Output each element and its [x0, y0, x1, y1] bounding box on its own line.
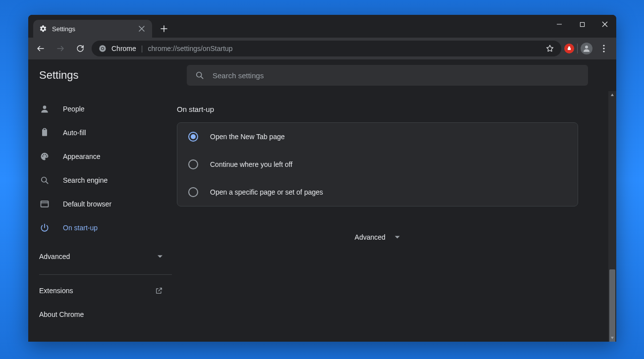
sidebar-item-label: Auto-fill — [63, 129, 86, 137]
svg-rect-0 — [580, 22, 584, 26]
scroll-down-arrow-icon[interactable] — [608, 334, 616, 342]
search-icon — [39, 175, 50, 186]
browser-window-icon — [39, 199, 50, 209]
window-controls — [548, 15, 616, 34]
person-icon — [39, 103, 50, 114]
svg-point-13 — [42, 155, 43, 156]
svg-point-9 — [43, 105, 47, 109]
bookmark-star-icon[interactable] — [545, 44, 554, 53]
external-link-icon — [155, 287, 163, 295]
profile-avatar[interactable] — [581, 43, 592, 54]
body: People Auto-fill Appearance — [28, 91, 616, 342]
radio-icon[interactable] — [188, 132, 198, 142]
titlebar: Settings — [28, 15, 616, 38]
sidebar-item-label: Default browser — [63, 200, 111, 208]
reload-button[interactable] — [72, 40, 89, 57]
main-advanced-toggle[interactable]: Advanced — [177, 222, 578, 252]
sidebar-link-label: Extensions — [39, 287, 73, 295]
back-button[interactable] — [32, 40, 49, 57]
search-icon — [195, 70, 205, 80]
content-area: Settings People — [28, 59, 616, 342]
sidebar-item-label: People — [63, 105, 85, 113]
svg-point-4 — [585, 46, 588, 49]
svg-point-7 — [603, 51, 604, 52]
close-window-button[interactable] — [593, 15, 616, 34]
svg-point-8 — [197, 72, 202, 77]
svg-rect-18 — [41, 201, 49, 207]
radio-label: Open the New Tab page — [210, 133, 285, 141]
sidebar-link-about[interactable]: About Chrome — [28, 303, 177, 326]
startup-option-continue[interactable]: Continue where you left off — [177, 151, 578, 178]
vertical-scrollbar[interactable] — [608, 91, 616, 342]
svg-point-16 — [46, 155, 47, 156]
minimize-button[interactable] — [548, 15, 571, 34]
sidebar-advanced-toggle[interactable]: Advanced — [28, 245, 177, 268]
svg-point-5 — [603, 45, 604, 46]
sidebar-link-label: About Chrome — [39, 310, 84, 318]
section-title: On start-up — [177, 105, 616, 113]
radio-icon[interactable] — [188, 159, 198, 169]
svg-point-15 — [45, 154, 46, 155]
sidebar-item-label: Search engine — [63, 176, 107, 184]
palette-icon — [39, 151, 50, 162]
chrome-favicon-icon — [99, 45, 107, 52]
sidebar-item-search-engine[interactable]: Search engine — [28, 168, 177, 192]
omnibox[interactable]: Chrome | chrome://settings/onStartup — [92, 41, 561, 56]
sidebar-item-on-startup[interactable]: On start-up — [28, 216, 177, 240]
toolbar: Chrome | chrome://settings/onStartup — [28, 38, 616, 59]
close-tab-icon[interactable] — [137, 24, 146, 33]
tab-title: Settings — [52, 25, 75, 33]
extension-badge-icon[interactable] — [564, 44, 574, 53]
svg-point-17 — [42, 177, 47, 182]
chevron-down-icon — [394, 234, 400, 240]
omnibox-url: chrome://settings/onStartup — [148, 45, 232, 52]
gear-icon — [39, 25, 47, 33]
startup-options-card: Open the New Tab page Continue where you… — [177, 122, 578, 206]
sidebar-item-label: Appearance — [63, 153, 101, 160]
power-icon — [39, 222, 50, 233]
forward-button[interactable] — [52, 40, 69, 57]
settings-header: Settings — [28, 59, 616, 91]
kebab-menu-icon[interactable] — [595, 40, 612, 57]
toolbar-divider — [577, 44, 578, 53]
sidebar-item-label: On start-up — [63, 224, 98, 232]
main: On start-up Open the New Tab page Contin… — [177, 91, 616, 342]
scroll-up-arrow-icon[interactable] — [608, 91, 616, 99]
omnibox-separator: | — [141, 45, 143, 52]
sidebar-item-appearance[interactable]: Appearance — [28, 145, 177, 168]
chrome-window: Settings — [28, 15, 616, 342]
radio-label: Open a specific page or set of pages — [210, 188, 323, 196]
omnibox-chip: Chrome — [111, 45, 136, 52]
settings-search[interactable] — [187, 65, 588, 86]
sidebar-item-people[interactable]: People — [28, 97, 177, 121]
scrollbar-thumb[interactable] — [609, 269, 615, 342]
page-title: Settings — [39, 69, 187, 82]
sidebar-divider — [39, 274, 172, 275]
sidebar-item-default-browser[interactable]: Default browser — [28, 192, 177, 216]
startup-option-specific-pages[interactable]: Open a specific page or set of pages — [177, 178, 578, 206]
radio-icon[interactable] — [188, 187, 198, 197]
sidebar-item-autofill[interactable]: Auto-fill — [28, 121, 177, 145]
svg-point-14 — [43, 154, 44, 155]
clipboard-icon — [39, 127, 50, 138]
svg-point-6 — [603, 48, 604, 49]
svg-point-3 — [102, 48, 104, 50]
radio-label: Continue where you left off — [210, 160, 292, 168]
main-advanced-label: Advanced — [355, 233, 385, 241]
tab-settings[interactable]: Settings — [33, 20, 152, 38]
sidebar-link-extensions[interactable]: Extensions — [28, 279, 177, 303]
sidebar: People Auto-fill Appearance — [28, 91, 177, 342]
startup-option-new-tab[interactable]: Open the New Tab page — [177, 123, 578, 151]
chevron-down-icon — [157, 254, 163, 259]
new-tab-button[interactable] — [157, 22, 171, 36]
maximize-button[interactable] — [571, 15, 593, 34]
search-input[interactable] — [213, 71, 580, 80]
sidebar-advanced-label: Advanced — [39, 253, 70, 260]
